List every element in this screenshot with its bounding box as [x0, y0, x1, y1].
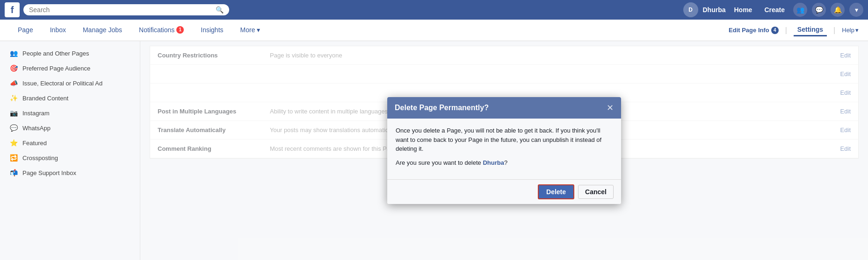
page-nav-page[interactable]: Page	[9, 21, 42, 40]
modal-body: Once you delete a Page, you will not be …	[387, 119, 621, 179]
sidebar-item-electoral[interactable]: 📣 Issue, Electoral or Political Ad	[0, 76, 140, 91]
megaphone-icon: 📣	[9, 79, 18, 87]
target-icon: 🎯	[9, 64, 18, 72]
notifications-badge: 1	[176, 26, 184, 34]
create-link[interactable]: Create	[760, 4, 788, 15]
delete-page-modal: Delete Page Permanently? ✕ Once you dele…	[387, 97, 621, 204]
modal-header: Delete Page Permanently? ✕	[387, 97, 621, 119]
avatar: D	[683, 2, 698, 17]
sidebar-item-crossposting[interactable]: 🔁 Crossposting	[0, 150, 140, 165]
nav-username: Dhurba	[703, 6, 726, 14]
sidebar-item-branded[interactable]: ✨ Branded Content	[0, 91, 140, 105]
cancel-button[interactable]: Cancel	[578, 185, 614, 199]
sidebar: 👥 People and Other Pages 🎯 Preferred Pag…	[0, 41, 140, 260]
delete-button[interactable]: Delete	[538, 184, 574, 199]
crosspost-icon: 🔁	[9, 154, 18, 162]
search-icon[interactable]: 🔍	[216, 6, 224, 14]
sidebar-item-featured[interactable]: ⭐ Featured	[0, 135, 140, 150]
modal-paragraph-2: Are you sure you want to delete Dhurba?	[396, 158, 613, 168]
page-nav-inbox[interactable]: Inbox	[42, 21, 74, 40]
modal-overlay: Delete Page Permanently? ✕ Once you dele…	[140, 41, 868, 260]
sidebar-item-support-inbox[interactable]: 📬 Page Support Inbox	[0, 165, 140, 180]
nav-notifications-icon[interactable]: 🔔	[831, 3, 845, 17]
page-navigation: Page Inbox Manage Jobs Notifications 1 I…	[0, 20, 868, 41]
page-nav-more[interactable]: More ▾	[232, 21, 269, 40]
search-input[interactable]	[29, 6, 213, 14]
home-link[interactable]: Home	[731, 4, 756, 15]
page-name-link[interactable]: Dhurba	[483, 159, 504, 166]
nav-friends-icon[interactable]: 👥	[793, 3, 807, 17]
settings-content: Country Restrictions Page is visible to …	[140, 41, 868, 260]
inbox-icon: 📬	[9, 169, 18, 176]
branded-icon: ✨	[9, 94, 18, 102]
help-button[interactable]: Help ▾	[842, 27, 859, 34]
modal-paragraph-1: Once you delete a Page, you will not be …	[396, 126, 613, 154]
sidebar-item-instagram[interactable]: 📷 Instagram	[0, 105, 140, 120]
main-content: 👥 People and Other Pages 🎯 Preferred Pag…	[0, 41, 868, 260]
sidebar-item-people[interactable]: 👥 People and Other Pages	[0, 46, 140, 61]
edit-page-info-button[interactable]: Edit Page Info 4	[729, 27, 779, 34]
chevron-down-icon: ▾	[855, 27, 859, 34]
sidebar-item-preferred-audience[interactable]: 🎯 Preferred Page Audience	[0, 61, 140, 76]
page-nav-manage-jobs[interactable]: Manage Jobs	[74, 21, 130, 40]
page-nav-insights[interactable]: Insights	[192, 21, 231, 40]
nav-messenger-icon[interactable]: 💬	[812, 3, 826, 17]
nav-right: D Dhurba Home Create 👥 💬 🔔 ▾	[683, 2, 864, 17]
page-nav-notifications[interactable]: Notifications 1	[130, 21, 192, 40]
modal-footer: Delete Cancel	[387, 179, 621, 204]
divider: |	[785, 26, 787, 35]
instagram-icon: 📷	[9, 109, 18, 117]
facebook-logo: f	[5, 2, 20, 17]
sidebar-item-whatsapp[interactable]: 💬 WhatsApp	[0, 120, 140, 135]
edit-badge: 4	[771, 27, 779, 34]
close-icon[interactable]: ✕	[607, 103, 614, 113]
page-nav-right: Edit Page Info 4 | Settings | Help ▾	[729, 24, 859, 36]
search-bar[interactable]: 🔍	[23, 4, 229, 15]
people-icon: 👥	[9, 49, 18, 57]
chevron-down-icon: ▾	[257, 26, 260, 34]
star-icon: ⭐	[9, 139, 18, 147]
whatsapp-icon: 💬	[9, 124, 18, 132]
top-navigation: f 🔍 D Dhurba Home Create 👥 💬 🔔 ▾	[0, 0, 868, 20]
nav-menu-icon[interactable]: ▾	[849, 3, 863, 17]
settings-button[interactable]: Settings	[794, 24, 827, 36]
modal-title: Delete Page Permanently?	[395, 104, 489, 112]
divider2: |	[833, 26, 835, 35]
